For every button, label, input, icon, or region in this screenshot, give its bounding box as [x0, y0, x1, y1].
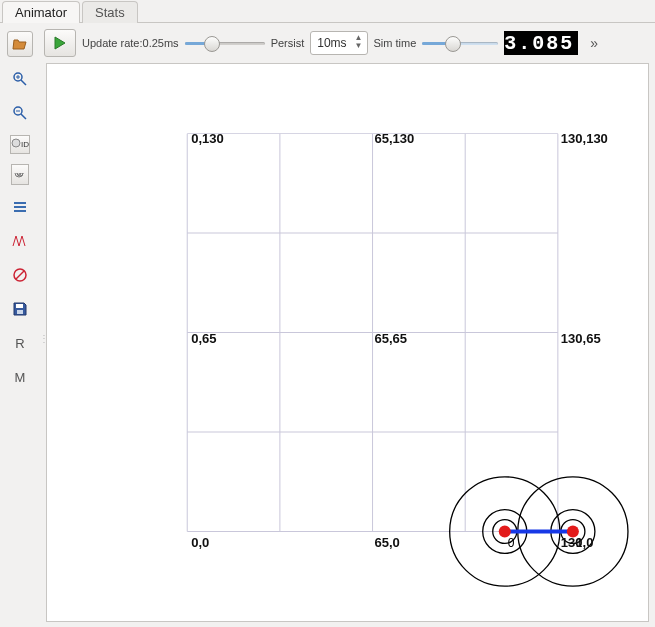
trails-button[interactable]	[11, 164, 29, 185]
grid-label-tl: 0,130	[191, 131, 224, 146]
node-a-id: 0	[508, 536, 515, 550]
zoom-in-icon	[12, 71, 28, 87]
svg-rect-15	[16, 304, 23, 308]
persist-spinner[interactable]: 10ms ▲ ▼	[310, 31, 367, 55]
toolbar-row: Update rate:0.25ms Persist 10ms ▲ ▼ Sim …	[0, 23, 655, 63]
left-gutter-top	[0, 23, 40, 63]
grid-label-bc: 65,0	[375, 535, 400, 550]
mode-button[interactable]: M	[8, 365, 32, 389]
grid-label-tr: 130,130	[561, 131, 608, 146]
svg-line-2	[21, 80, 26, 85]
toolbar: Update rate:0.25ms Persist 10ms ▲ ▼ Sim …	[40, 23, 655, 63]
mode-label: M	[15, 370, 26, 385]
sim-time-display: 3.085	[504, 31, 578, 55]
tab-animator[interactable]: Animator	[2, 1, 80, 23]
grid-label-bl: 0,0	[191, 535, 209, 550]
new-view-button[interactable]	[7, 31, 33, 57]
spinner-arrows[interactable]: ▲ ▼	[353, 35, 365, 51]
tab-label: Stats	[95, 5, 125, 20]
floppy-icon	[13, 302, 27, 316]
toolbar-overflow-button[interactable]: »	[584, 35, 604, 51]
spiral-icon	[12, 165, 28, 181]
content-row: ID	[0, 63, 655, 627]
sim-time-label: Sim time	[374, 37, 417, 49]
reset-button[interactable]: R	[8, 331, 32, 355]
persist-value: 10ms	[317, 36, 346, 50]
reset-label: R	[15, 336, 24, 351]
svg-line-6	[21, 114, 26, 119]
zoom-out-icon	[12, 105, 28, 121]
tab-label: Animator	[15, 5, 67, 20]
zoom-out-button[interactable]	[8, 101, 32, 125]
play-button[interactable]	[44, 29, 76, 57]
folder-icon	[12, 36, 28, 52]
signal-button[interactable]	[8, 229, 32, 253]
layers-icon	[12, 201, 28, 213]
chevron-right-icon: »	[590, 35, 598, 51]
svg-text:ID: ID	[21, 140, 29, 149]
tab-bar: Animator Stats	[0, 0, 655, 23]
no-entry-icon	[13, 268, 27, 282]
zoom-in-button[interactable]	[8, 67, 32, 91]
sim-time-slider[interactable]	[422, 35, 498, 51]
chevron-down-icon[interactable]: ▼	[353, 43, 365, 51]
disable-button[interactable]	[8, 263, 32, 287]
grid-label-ml: 0,65	[191, 331, 216, 346]
svg-line-14	[16, 271, 24, 279]
side-toolbar: ID	[0, 63, 40, 627]
grid-label-mr: 130,65	[561, 331, 601, 346]
persist-label: Persist	[271, 37, 305, 49]
sim-canvas[interactable]: 0 1 0,130 65,130 130,130 0,65 65,65 130,…	[46, 63, 649, 622]
tab-stats[interactable]: Stats	[82, 1, 138, 23]
canvas-svg: 0 1	[47, 64, 648, 621]
play-icon	[53, 36, 67, 50]
update-rate-label: Update rate:0.25ms	[82, 37, 179, 49]
save-button[interactable]	[8, 297, 32, 321]
grid-label-br: 130,0	[561, 535, 594, 550]
layers-button[interactable]	[8, 195, 32, 219]
grid-label-tc: 65,130	[375, 131, 415, 146]
svg-point-8	[12, 139, 20, 147]
signal-icon	[12, 234, 28, 248]
id-toggle-button[interactable]: ID	[10, 135, 30, 154]
svg-marker-0	[55, 37, 65, 49]
svg-rect-16	[17, 310, 23, 314]
update-rate-slider[interactable]	[185, 35, 265, 51]
id-icon: ID	[11, 136, 29, 150]
grid-label-mc: 65,65	[375, 331, 408, 346]
